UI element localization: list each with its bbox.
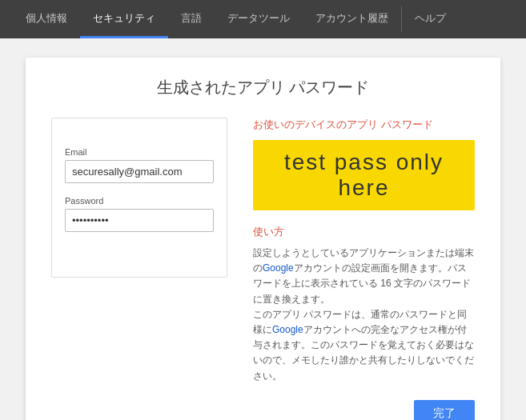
top-navbar: 個人情報 セキュリティ 言語 データツール アカウント履歴 ヘルプ: [0, 0, 526, 38]
main-content: 生成されたアプリ パスワード Email Password お使いのデバイスのア…: [0, 38, 526, 420]
usage-text: 設定しようとしているアプリケーションまたは端末のGoogleアカウントの設定画面…: [253, 246, 475, 384]
google-link-1[interactable]: Google: [263, 262, 294, 274]
card-body: Email Password お使いのデバイスのアプリ パスワード test p…: [51, 118, 475, 420]
password-input[interactable]: [65, 209, 214, 232]
password-field-group: Password: [65, 196, 214, 232]
google-link-2[interactable]: Google: [272, 324, 303, 335]
navbar-item-help[interactable]: ヘルプ: [402, 0, 459, 38]
navbar-item-personal[interactable]: 個人情報: [13, 0, 80, 38]
email-input[interactable]: [65, 160, 214, 183]
device-password-label: お使いのデバイスのアプリ パスワード: [253, 118, 475, 132]
usage-title: 使い方: [253, 225, 475, 239]
navbar-item-language[interactable]: 言語: [168, 0, 215, 38]
app-password-card: 生成されたアプリ パスワード Email Password お使いのデバイスのア…: [26, 58, 500, 420]
button-row: 完了: [253, 400, 475, 420]
login-panel: Email Password: [51, 118, 227, 278]
info-panel: お使いのデバイスのアプリ パスワード test pass only here 使…: [253, 118, 475, 420]
password-label: Password: [65, 196, 214, 206]
navbar-item-accounthistory[interactable]: アカウント履歴: [303, 0, 401, 38]
email-label: Email: [65, 147, 214, 157]
navbar-item-datatools[interactable]: データツール: [215, 0, 303, 38]
navbar-item-security[interactable]: セキュリティ: [80, 0, 168, 38]
email-field-group: Email: [65, 147, 214, 183]
card-title: 生成されたアプリ パスワード: [51, 77, 475, 98]
done-button[interactable]: 完了: [414, 400, 475, 420]
generated-password: test pass only here: [253, 140, 475, 210]
